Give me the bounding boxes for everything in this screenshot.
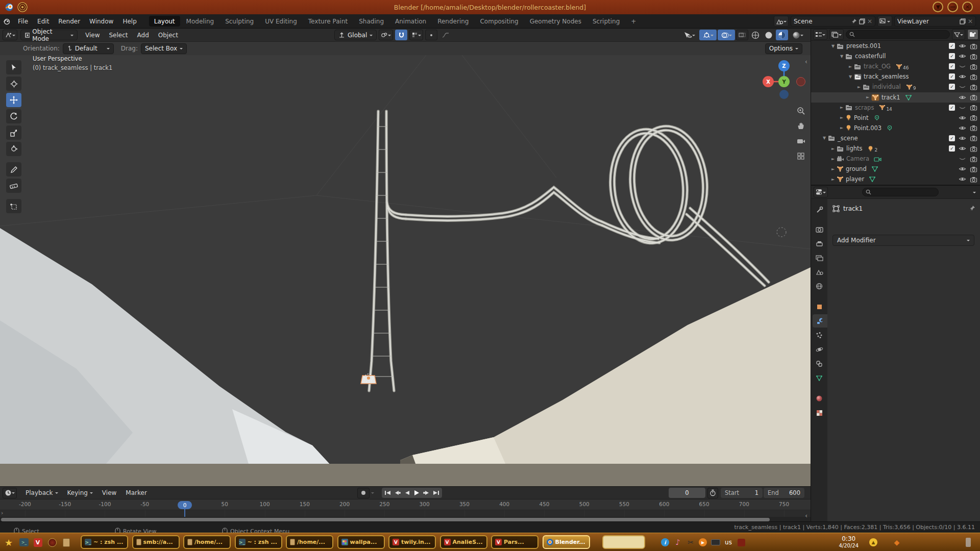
- outliner-search-input[interactable]: [846, 30, 950, 39]
- jump-to-start-button[interactable]: [383, 488, 393, 497]
- properties-tab-render[interactable]: [811, 222, 827, 236]
- disable-in-renders-toggle[interactable]: [970, 53, 977, 60]
- visibility-dropdown[interactable]: [681, 30, 698, 40]
- show-desktop-icon[interactable]: [963, 537, 974, 548]
- shade-button[interactable]: ▼: [933, 2, 943, 12]
- editor-type-button[interactable]: [3, 30, 17, 40]
- workspace-tab-geometry-nodes[interactable]: Geometry Nodes: [525, 16, 586, 27]
- workspace-tab-rendering[interactable]: Rendering: [432, 16, 474, 27]
- timeline-editor-type-button[interactable]: [3, 488, 17, 498]
- play-button[interactable]: [412, 488, 422, 497]
- properties-tab-constraints[interactable]: [811, 357, 827, 370]
- disable-in-renders-toggle[interactable]: [970, 104, 977, 111]
- workspace-tab-shading[interactable]: Shading: [354, 16, 389, 27]
- clipboard-tray-icon[interactable]: ✂: [685, 537, 696, 548]
- taskbar-window--zsh-[interactable]: >_~ : zsh ...: [81, 535, 128, 549]
- expander-icon[interactable]: ▼: [840, 54, 845, 59]
- workspace-tab-layout[interactable]: Layout: [149, 16, 180, 27]
- hide-in-viewport-toggle[interactable]: [959, 53, 966, 59]
- workspace-tab-scripting[interactable]: Scripting: [587, 16, 625, 27]
- xray-toggle[interactable]: [736, 30, 748, 40]
- axis-z-neg-button[interactable]: [779, 90, 789, 99]
- wheel-app-icon[interactable]: [46, 537, 58, 548]
- disable-in-renders-toggle[interactable]: [970, 43, 977, 49]
- overlays-toggle[interactable]: [718, 30, 735, 40]
- outliner-row-scraps[interactable]: ►scraps14✓: [811, 103, 980, 113]
- navigation-gizmo[interactable]: Z Y X: [761, 56, 810, 107]
- prev-keyframe-button[interactable]: [393, 488, 402, 497]
- expander-icon[interactable]: ►: [866, 95, 871, 99]
- disable-in-renders-toggle[interactable]: [970, 156, 977, 162]
- workspace-tab-uv-editing[interactable]: UV Editing: [260, 16, 302, 27]
- outliner-row-individual[interactable]: ►individual9✓: [811, 82, 980, 92]
- disable-in-renders-toggle[interactable]: [970, 135, 977, 141]
- taskbar-window-wallpa-[interactable]: wallpa...: [337, 535, 385, 549]
- viewport-canvas[interactable]: [0, 55, 811, 486]
- collection-checkbox[interactable]: ✓: [949, 145, 955, 152]
- disable-in-renders-toggle[interactable]: [970, 124, 977, 131]
- collection-checkbox[interactable]: ✓: [949, 84, 955, 90]
- new-viewlayer-icon[interactable]: [960, 18, 966, 24]
- move-tool[interactable]: [6, 93, 21, 107]
- topbar-menu-window[interactable]: Window: [85, 16, 118, 27]
- properties-tab-object[interactable]: [811, 300, 827, 313]
- disable-in-renders-toggle[interactable]: [970, 176, 977, 183]
- shading-wireframe[interactable]: [749, 30, 762, 40]
- close-button[interactable]: ✕: [962, 2, 973, 12]
- timeline-menu-marker[interactable]: Marker: [121, 487, 151, 498]
- proportional-falloff-dropdown[interactable]: [439, 30, 452, 40]
- properties-tab-object-data[interactable]: [811, 371, 827, 385]
- current-frame-field[interactable]: 0: [669, 488, 705, 498]
- add-cube-tool[interactable]: [6, 199, 21, 213]
- add-modifier-dropdown[interactable]: Add Modifier: [832, 235, 974, 246]
- viewport-menu-view[interactable]: View: [81, 30, 104, 41]
- workspace-tab-compositing[interactable]: Compositing: [475, 16, 523, 27]
- hide-in-viewport-toggle[interactable]: [959, 166, 966, 172]
- workspace-tab-animation[interactable]: Animation: [390, 16, 431, 27]
- ortho-perspective-icon[interactable]: [794, 149, 807, 163]
- outliner-row-track_og[interactable]: ►track_OG46✓: [811, 61, 980, 71]
- properties-tab-view-layer[interactable]: [811, 251, 827, 264]
- frame-end-field[interactable]: End600: [764, 488, 804, 498]
- info-tray-icon[interactable]: i: [659, 537, 671, 548]
- transform-tool[interactable]: [6, 142, 21, 156]
- use-preview-range-button[interactable]: [707, 488, 718, 498]
- outliner-row-point[interactable]: ►Point: [811, 113, 980, 123]
- outliner-row-point.003[interactable]: ►Point.003: [811, 123, 980, 133]
- disable-in-renders-toggle[interactable]: [970, 94, 977, 101]
- recorder-tray-icon[interactable]: [736, 537, 747, 548]
- taskbar-window--home-[interactable]: /home/...: [183, 535, 231, 549]
- next-keyframe-button[interactable]: [422, 488, 431, 497]
- gizmos-toggle[interactable]: [699, 30, 717, 40]
- disable-in-renders-toggle[interactable]: [970, 166, 977, 172]
- collection-checkbox[interactable]: ✓: [949, 63, 955, 69]
- viewlayer-selector[interactable]: ViewLayer ✕: [894, 16, 976, 27]
- topbar-menu-help[interactable]: Help: [118, 16, 141, 27]
- new-scene-icon[interactable]: [859, 18, 865, 24]
- player-object[interactable]: [361, 374, 376, 384]
- zoom-icon[interactable]: [794, 104, 807, 117]
- properties-tab-world[interactable]: [811, 280, 827, 293]
- timeline-scrollbar-thumb[interactable]: [1, 518, 770, 521]
- channel-expand-arrow[interactable]: ›: [1, 510, 3, 516]
- topbar-menu-render[interactable]: Render: [54, 16, 85, 27]
- files-app-icon[interactable]: [61, 537, 72, 548]
- taskbar-window-blender-[interactable]: Blender...: [543, 535, 590, 549]
- collection-checkbox[interactable]: ✓: [949, 73, 955, 80]
- timeline-track-area[interactable]: ›: [0, 510, 811, 517]
- orientation-value-dropdown[interactable]: Default: [63, 43, 114, 54]
- timeline-ruler[interactable]: -200-150-100-500501001502002503003504004…: [0, 499, 811, 510]
- hide-in-viewport-toggle[interactable]: [959, 84, 966, 90]
- axis-x-button[interactable]: X: [763, 76, 774, 87]
- outliner-row-_scene[interactable]: ▼_scene✓: [811, 133, 980, 143]
- properties-tab-tool[interactable]: [811, 203, 827, 216]
- collection-checkbox[interactable]: ✓: [949, 43, 955, 49]
- taskbar-window--zsh-[interactable]: >_~ : zsh ...: [235, 535, 282, 549]
- taskbar-window-twily-in-[interactable]: Vtwily.in...: [388, 535, 436, 549]
- hide-in-viewport-toggle[interactable]: [959, 94, 966, 101]
- properties-tab-particles[interactable]: [811, 329, 827, 342]
- tweak-select-tool[interactable]: [6, 60, 21, 74]
- hide-in-viewport-toggle[interactable]: [959, 145, 966, 152]
- properties-tab-material[interactable]: [811, 392, 827, 405]
- taskbar-window-smb-a-[interactable]: smb://a...: [132, 535, 180, 549]
